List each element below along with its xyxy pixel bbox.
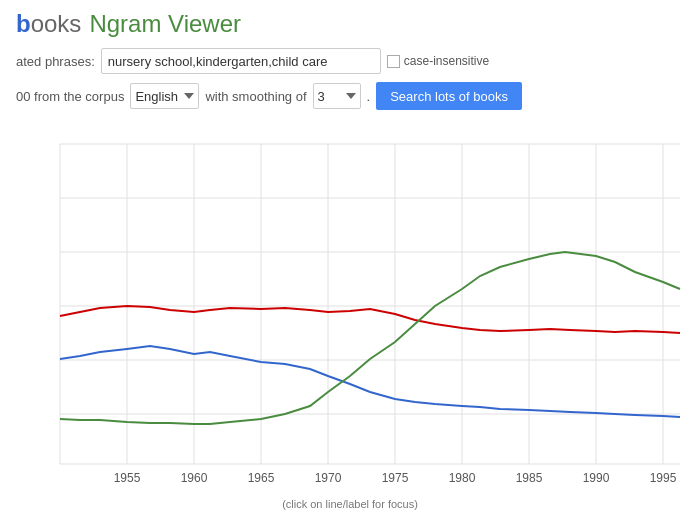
svg-text:1975: 1975 bbox=[382, 471, 409, 485]
phrases-label: ated phrases: bbox=[16, 54, 95, 69]
chart-area: 1955 1960 1965 1970 1975 1980 1985 1990 … bbox=[0, 124, 700, 494]
from-corpus-label: 00 from the corpus bbox=[16, 89, 124, 104]
svg-text:1990: 1990 bbox=[583, 471, 610, 485]
case-insensitive-checkbox[interactable] bbox=[387, 55, 400, 68]
phrase-input[interactable] bbox=[101, 48, 381, 74]
svg-text:1955: 1955 bbox=[114, 471, 141, 485]
toolbar-row2: 00 from the corpus English with smoothin… bbox=[0, 78, 700, 114]
search-button[interactable]: Search lots of books bbox=[376, 82, 522, 110]
svg-rect-0 bbox=[0, 124, 700, 494]
toolbar-row1: ated phrases: case-insensitive bbox=[0, 44, 700, 78]
smoothing-select[interactable]: 3 1 2 4 5 bbox=[313, 83, 361, 109]
smoothing-label: with smoothing of bbox=[205, 89, 306, 104]
books-text: books bbox=[16, 10, 81, 38]
svg-text:1980: 1980 bbox=[449, 471, 476, 485]
svg-text:1965: 1965 bbox=[248, 471, 275, 485]
svg-text:1995: 1995 bbox=[650, 471, 677, 485]
case-insensitive-area: case-insensitive bbox=[387, 54, 489, 68]
ngram-viewer-title: Ngram Viewer bbox=[89, 10, 241, 38]
chart-hint: (click on line/label for focus) bbox=[0, 498, 700, 510]
svg-text:1960: 1960 bbox=[181, 471, 208, 485]
period-label: . bbox=[367, 89, 371, 104]
ngram-chart: 1955 1960 1965 1970 1975 1980 1985 1990 … bbox=[0, 124, 700, 494]
svg-text:1985: 1985 bbox=[516, 471, 543, 485]
svg-text:1970: 1970 bbox=[315, 471, 342, 485]
header: books Ngram Viewer bbox=[0, 0, 700, 44]
case-insensitive-label: case-insensitive bbox=[404, 54, 489, 68]
corpus-select[interactable]: English bbox=[130, 83, 199, 109]
